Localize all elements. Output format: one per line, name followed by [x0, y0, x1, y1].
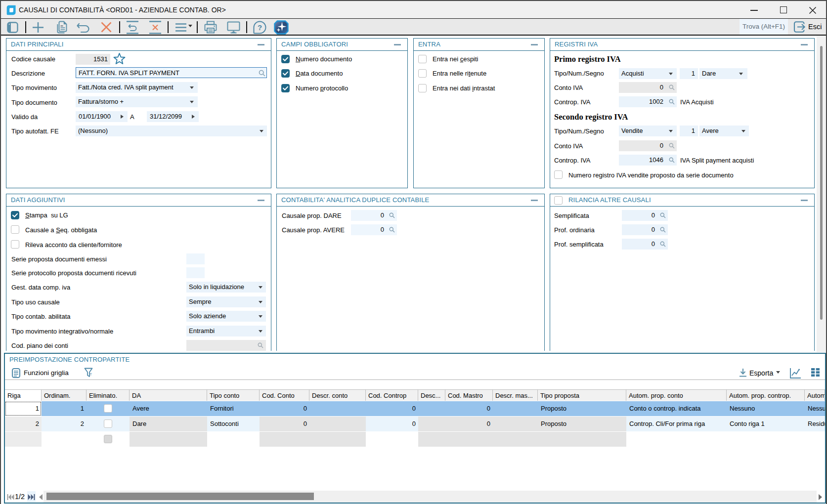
svg-text:?: ?: [258, 23, 262, 32]
svg-text:T: T: [89, 372, 92, 377]
